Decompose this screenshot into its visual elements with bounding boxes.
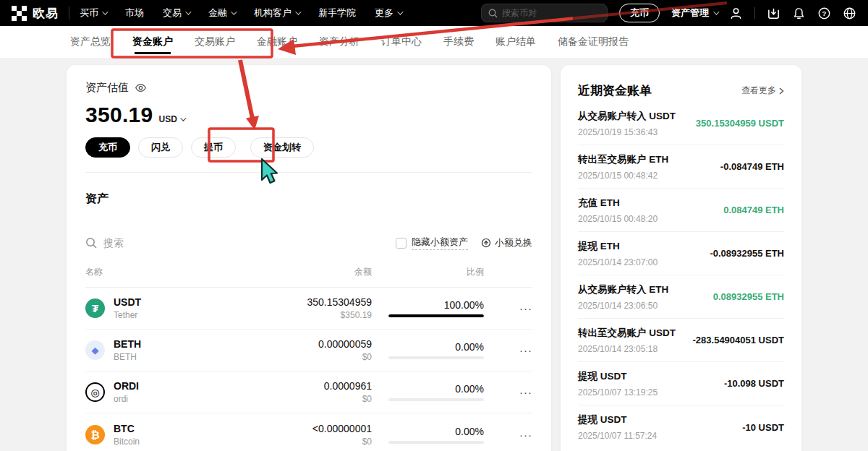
asset-search-input[interactable] — [103, 237, 248, 249]
row-more-button[interactable]: ··· — [484, 386, 532, 398]
coin-name: Tether — [114, 310, 141, 320]
btc-coin-icon: ₿ — [85, 425, 105, 444]
coin-symbol: BETH — [114, 338, 141, 350]
list-item[interactable]: 转出至交易账户 USDT2025/10/14 23:05:18 -283.549… — [578, 319, 784, 362]
chevron-down-icon — [231, 9, 237, 14]
assets-section-title: 资产 — [85, 192, 532, 207]
list-item[interactable]: 从交易账户转入 ETH2025/10/14 23:06:50 0.0893295… — [578, 275, 784, 319]
menu-item-buy-crypto[interactable]: 买币 — [80, 7, 106, 20]
help-icon[interactable]: ? — [817, 7, 831, 20]
ordi-coin-icon: ◎ — [85, 382, 105, 402]
divider — [85, 172, 532, 173]
coin-usd-value: $0 — [249, 394, 372, 404]
notifications-bell-icon[interactable] — [792, 7, 806, 20]
menu-item-academy[interactable]: 新手学院 — [318, 7, 356, 20]
list-item[interactable]: 充值 ETH2025/10/15 00:48:20 0.084749 ETH — [578, 189, 784, 232]
chevron-down-icon — [102, 9, 108, 14]
tab-asset-overview[interactable]: 资产总览 — [70, 27, 111, 57]
list-item[interactable]: 提现 ETH2025/10/14 23:07:00 -0.08932955 ET… — [578, 232, 784, 275]
currency-selector[interactable]: USD — [159, 114, 184, 124]
coin-ratio: 100.00% — [444, 299, 484, 311]
ratio-bar — [388, 314, 484, 317]
language-globe-icon[interactable] — [843, 7, 856, 20]
column-ratio: 比例 — [372, 266, 484, 278]
chevron-down-icon — [713, 9, 719, 14]
pair-search-input[interactable] — [502, 8, 589, 18]
tab-finance-account[interactable]: 金融账户 — [257, 27, 297, 57]
coin-usd-value: $350.19 — [249, 310, 372, 320]
table-row-btc[interactable]: ₿ BTCBitcoin <0.00000001$0 0.00% ··· — [85, 413, 532, 451]
search-icon — [488, 9, 498, 18]
row-more-button[interactable]: ··· — [484, 429, 532, 441]
search-icon — [85, 237, 97, 249]
deposit-button[interactable]: 充币 — [619, 4, 660, 22]
menu-item-finance[interactable]: 金融 — [208, 7, 235, 20]
coin-symbol: USDT — [114, 296, 141, 308]
usdt-coin-icon: ₮ — [85, 298, 105, 318]
svg-text:?: ? — [822, 9, 827, 17]
view-more-link[interactable]: 查看更多 — [741, 85, 784, 97]
coin-symbol: ORDI — [114, 380, 139, 392]
list-item[interactable]: 转出至交易账户 ETH2025/10/15 00:48:42 -0.084749… — [578, 145, 784, 189]
sidebar-title: 近期资金账单 — [578, 82, 652, 99]
menu-item-institutional[interactable]: 机构客户 — [254, 7, 299, 20]
bill-amount: 350.15304959 USDT — [696, 118, 784, 129]
divider — [754, 7, 755, 19]
hide-small-assets-checkbox[interactable] — [396, 238, 407, 249]
convert-small-assets[interactable]: 小额兑换 — [481, 236, 532, 249]
menu-item-markets[interactable]: 市场 — [125, 7, 144, 20]
bill-amount: 0.08932955 ETH — [713, 291, 784, 302]
list-item[interactable]: 提现 USDT2025/10/07 13:19:25 -10.098 USDT — [578, 362, 784, 405]
pair-search-box[interactable] — [481, 4, 608, 22]
coin-ratio: 0.00% — [455, 426, 484, 437]
ratio-bar — [388, 356, 484, 359]
tab-proof-of-reserves[interactable]: 储备金证明报告 — [558, 27, 629, 57]
bill-amount: 0.084749 ETH — [723, 205, 784, 215]
tab-account-statement[interactable]: 账户结单 — [495, 27, 536, 57]
tab-trading-account[interactable]: 交易账户 — [195, 27, 235, 57]
beth-coin-icon: ◆ — [85, 340, 105, 360]
row-more-button[interactable]: ··· — [484, 302, 532, 314]
table-row-usdt[interactable]: ₮ USDTTether 350.15304959$350.19 100.00%… — [85, 288, 532, 330]
list-item[interactable]: 从交易账户转入 USDT2025/10/19 15:36:43 350.1530… — [578, 102, 784, 145]
coin-usd-value: $0 — [249, 437, 372, 447]
chevron-right-icon — [778, 87, 784, 95]
brand[interactable]: 欧易 — [12, 5, 59, 22]
tab-asset-analysis[interactable]: 资产分析 — [319, 27, 359, 57]
table-row-ordi[interactable]: ◎ ORDIordi 0.0000961$0 0.00% ··· — [85, 371, 532, 413]
bill-amount: -283.54904051 USDT — [693, 335, 784, 345]
menu-item-trade[interactable]: 交易 — [163, 7, 190, 20]
tab-order-center[interactable]: 订单中心 — [381, 27, 422, 57]
coin-name: Bitcoin — [114, 437, 140, 447]
coin-ratio: 0.00% — [455, 383, 484, 395]
tab-fees[interactable]: 手续费 — [443, 27, 474, 57]
coin-balance: <0.00000001 — [249, 423, 372, 434]
profile-icon[interactable] — [729, 7, 743, 20]
funds-transfer-button[interactable]: 资金划转 — [250, 137, 314, 158]
brand-name: 欧易 — [33, 5, 59, 22]
deposit-crypto-button[interactable]: 充币 — [85, 137, 130, 158]
withdraw-button[interactable]: 提币 — [191, 137, 236, 158]
asset-management-menu[interactable]: 资产管理 — [671, 7, 718, 20]
coin-name: BETH — [114, 352, 141, 362]
menu-item-more[interactable]: 更多 — [375, 7, 401, 20]
row-more-button[interactable]: ··· — [484, 344, 532, 356]
recent-funding-bills-panel: 近期资金账单 查看更多 从交易账户转入 USDT2025/10/19 15:36… — [561, 65, 801, 451]
divider — [69, 7, 69, 20]
ratio-bar — [388, 398, 484, 401]
list-item[interactable]: 提现 USDT2025/10/07 11:57:24 -10 USDT — [578, 405, 784, 449]
coin-balance: 0.0000961 — [249, 380, 372, 392]
bill-amount: -10 USDT — [742, 422, 784, 433]
asset-search-box[interactable] — [85, 237, 396, 249]
flash-convert-button[interactable]: 闪兑 — [138, 137, 183, 158]
coin-name: ordi — [114, 394, 139, 404]
total-valuation: 350.19 — [85, 103, 153, 127]
download-app-icon[interactable] — [767, 7, 780, 20]
hide-small-assets-toggle[interactable]: 隐藏小额资产 — [396, 236, 468, 250]
main-menu: 买币 市场 交易 金融 机构客户 新手学院 更多 — [80, 7, 401, 20]
table-row-beth[interactable]: ◆ BETHBETH 0.00000059$0 0.00% ··· — [85, 330, 532, 371]
ratio-bar — [388, 441, 484, 444]
eye-toggle-icon[interactable] — [135, 82, 147, 94]
tab-funding-account[interactable]: 资金账户 — [132, 27, 173, 57]
chevron-down-icon — [180, 115, 186, 121]
